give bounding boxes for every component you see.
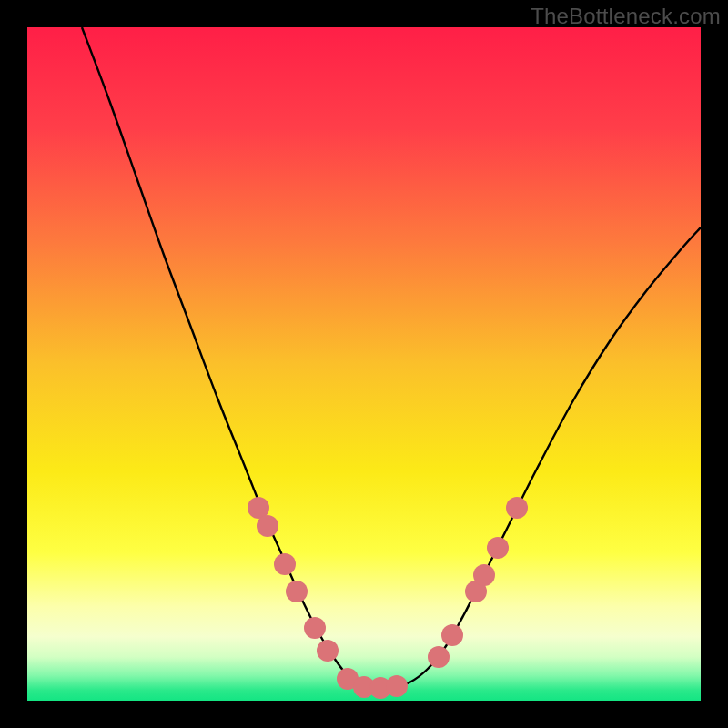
watermark-label: TheBottleneck.com — [531, 4, 721, 29]
data-dot — [487, 537, 509, 559]
data-dot — [304, 617, 326, 639]
data-dot — [506, 497, 528, 519]
data-dot — [428, 646, 450, 668]
data-dot — [386, 675, 408, 697]
gradient-background — [27, 27, 701, 701]
data-dot — [257, 515, 278, 537]
data-dot — [441, 624, 463, 646]
chart-frame — [27, 27, 701, 701]
data-dot — [286, 581, 308, 602]
data-dot — [317, 640, 339, 662]
data-dot — [473, 564, 495, 586]
bottleneck-chart — [27, 27, 701, 701]
data-dot — [274, 553, 296, 575]
